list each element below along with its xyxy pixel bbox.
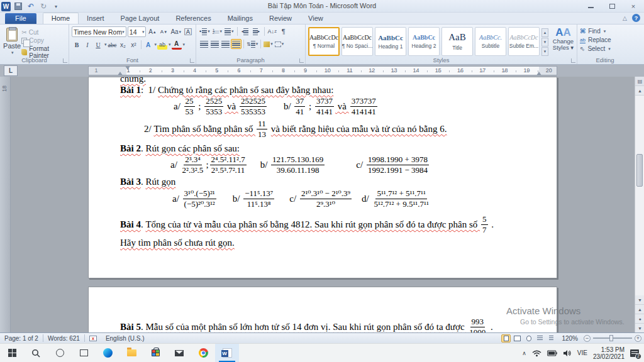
increase-indent-button[interactable]: ▸ — [252, 26, 262, 36]
change-case-button[interactable]: Aa▾ — [170, 27, 182, 37]
subscript-button[interactable]: x₂ — [118, 40, 128, 50]
align-right-button[interactable] — [220, 39, 230, 49]
style-heading-1[interactable]: AaBbCcHeading 1 — [375, 27, 406, 56]
decrease-indent-button[interactable]: ◂ — [240, 26, 250, 36]
right-indent-marker[interactable] — [536, 69, 541, 75]
zoom-slider-track[interactable] — [593, 337, 632, 339]
select-button[interactable]: ⇖Select▾ — [580, 45, 630, 52]
speaker-icon[interactable] — [563, 349, 572, 357]
tab-file[interactable]: File — [5, 13, 36, 24]
web-layout-view-button[interactable] — [524, 334, 533, 343]
underline-dropdown-icon[interactable]: ▾ — [104, 42, 107, 47]
zoom-out-icon[interactable]: − — [584, 335, 591, 342]
change-styles-button[interactable]: AA Change Styles ▾ — [552, 27, 574, 51]
style-no-spaci[interactable]: AaBbCcDc¶ No Spaci... — [341, 27, 373, 56]
styles-scroll-down-icon[interactable]: ▼ — [541, 38, 548, 47]
minimize-button[interactable] — [582, 1, 599, 11]
horizontal-ruler[interactable]: 1 1234567891011121314151617181920 — [88, 66, 557, 75]
tab-view[interactable]: View — [300, 13, 331, 24]
shrink-font-button[interactable]: A▼ — [158, 27, 169, 37]
style-subtle-em[interactable]: AaBbCcDcSubtle Em... — [508, 27, 540, 56]
word-count[interactable]: Words: 621 — [43, 335, 84, 342]
cut-button[interactable]: ✂Cut — [21, 29, 66, 36]
previous-page-button[interactable]: ▲ — [635, 305, 644, 314]
restore-button[interactable] — [604, 1, 620, 11]
strikethrough-button[interactable]: abc — [108, 40, 118, 50]
copy-button[interactable]: Copy — [21, 37, 66, 44]
tab-home[interactable]: Home — [43, 13, 79, 24]
outline-view-button[interactable] — [535, 334, 545, 343]
zoom-in-icon[interactable]: + — [635, 335, 641, 342]
font-color-button[interactable]: A — [172, 40, 182, 50]
font-family-combo[interactable]: Times New Rom▾ — [72, 26, 126, 37]
tab-mailings[interactable]: Mailings — [219, 13, 261, 24]
borders-button[interactable]: ▾ — [274, 39, 285, 49]
hidden-icons-chevron-icon[interactable]: ∧ — [522, 350, 526, 356]
shading-button[interactable]: ▾ — [263, 39, 274, 49]
scroll-up-icon[interactable]: ▲ — [635, 86, 644, 96]
styles-dialog-launcher[interactable] — [571, 58, 575, 63]
scroll-down-icon[interactable]: ▼ — [635, 295, 644, 305]
language-indicator[interactable]: English (U.S.) — [101, 335, 149, 342]
text-effects-dropdown-icon[interactable]: ▾ — [155, 42, 157, 47]
start-button[interactable] — [0, 344, 24, 362]
document-page-1[interactable]: chứng.Bài 1: 1/ Chứng tỏ rằng các phân s… — [88, 77, 557, 278]
sort-button[interactable]: A↓Z — [267, 26, 277, 36]
bullets-button[interactable]: •▾ — [199, 26, 211, 36]
align-left-button[interactable] — [199, 39, 209, 49]
show-paragraph-marks-button[interactable]: ¶ — [279, 26, 289, 36]
underline-button[interactable]: U — [93, 40, 103, 50]
highlight-dropdown-icon[interactable]: ▾ — [169, 42, 171, 47]
input-language-indicator[interactable]: VIE — [577, 349, 587, 356]
task-view-button[interactable] — [72, 344, 96, 362]
vertical-scrollbar[interactable]: ▤ ▲ ▼ ▲ ● ▼ — [635, 77, 644, 333]
clear-formatting-button[interactable]: 🄰 — [183, 27, 193, 37]
vertical-ruler[interactable]: 18 — [0, 77, 11, 333]
view-ruler-toggle-icon[interactable]: ▤ — [635, 77, 644, 86]
print-layout-view-button[interactable] — [501, 334, 511, 343]
zoom-level[interactable]: 120% — [558, 335, 582, 342]
styles-scroll-up-icon[interactable]: ▲ — [541, 28, 548, 37]
clipboard-dialog-launcher[interactable] — [63, 58, 67, 63]
text-effects-button[interactable]: A — [143, 40, 153, 50]
left-indent-marker[interactable] — [118, 69, 123, 75]
find-button[interactable]: ⌘Find▾ — [580, 28, 630, 35]
tab-stop-selector[interactable]: L — [4, 65, 18, 76]
grow-font-button[interactable]: A▲ — [147, 27, 157, 37]
style-title[interactable]: AaBTitle — [441, 27, 473, 56]
replace-button[interactable]: abReplace — [580, 36, 630, 43]
italic-button[interactable]: I — [82, 40, 92, 50]
style-heading-2[interactable]: AaBbCcHeading 2 — [408, 27, 440, 56]
highlight-button[interactable]: ab — [157, 40, 167, 50]
line-spacing-button[interactable]: ⇅▾ — [246, 39, 258, 49]
microsoft-store-button[interactable] — [143, 344, 167, 362]
battery-icon[interactable] — [547, 350, 557, 356]
paragraph-dialog-launcher[interactable] — [299, 58, 304, 63]
wifi-icon[interactable] — [532, 349, 541, 357]
tab-insert[interactable]: Insert — [79, 13, 113, 24]
paste-button[interactable]: Paste ▾ — [3, 26, 21, 57]
font-dialog-launcher[interactable] — [190, 58, 194, 63]
word-taskbar-button[interactable] — [215, 344, 239, 362]
full-screen-reading-view-button[interactable] — [513, 334, 522, 343]
close-button[interactable]: × — [625, 1, 641, 11]
page-indicator[interactable]: Page: 1 of 2 — [0, 335, 43, 342]
tab-review[interactable]: Review — [261, 13, 300, 24]
tab-references[interactable]: References — [167, 13, 219, 24]
align-center-button[interactable] — [209, 39, 219, 49]
document-page-2[interactable]: Bài 5. Mẫu số của một phân số lớn hơn tử… — [88, 287, 557, 333]
action-center-icon[interactable]: 2 — [630, 349, 639, 357]
zoom-slider-thumb[interactable] — [609, 335, 613, 341]
tab-page-layout[interactable]: Page Layout — [113, 13, 168, 24]
edge-button[interactable] — [96, 344, 119, 362]
cortana-button[interactable] — [48, 344, 72, 362]
multilevel-list-button[interactable]: ▾ — [224, 26, 235, 36]
superscript-button[interactable]: x² — [129, 40, 139, 50]
mail-button[interactable] — [167, 344, 191, 362]
file-explorer-button[interactable] — [119, 344, 143, 362]
minimize-ribbon-icon[interactable]: △ — [623, 15, 627, 21]
font-size-combo[interactable]: 14▾ — [128, 26, 147, 37]
bold-button[interactable]: B — [72, 40, 82, 50]
justify-button[interactable] — [231, 39, 242, 49]
taskbar-search-button[interactable] — [24, 344, 48, 362]
